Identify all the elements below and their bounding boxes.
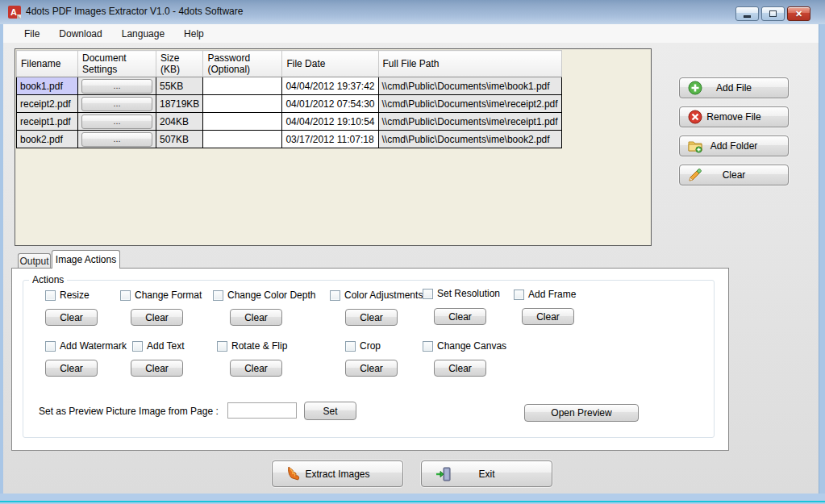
menu-item-download[interactable]: Download — [52, 27, 108, 41]
checkbox-change-format[interactable] — [120, 290, 131, 301]
clear-add-frame-button[interactable]: Clear — [522, 308, 574, 325]
checkbox-group-crop: Crop — [345, 340, 381, 352]
checkbox-add-text[interactable] — [132, 341, 143, 352]
checkbox-change-canvas-label: Change Canvas — [437, 340, 506, 352]
size-cell: 507KB — [156, 131, 203, 148]
add-folder-label: Add Folder — [710, 140, 758, 152]
window-border-bottom — [0, 494, 825, 504]
column-header-file-date[interactable]: File Date — [282, 51, 378, 77]
password-cell[interactable] — [203, 77, 282, 95]
clear-brush-icon — [688, 168, 702, 182]
column-header-full-path[interactable]: Full File Path — [378, 51, 561, 77]
clear-color-adjustments-button[interactable]: Clear — [345, 309, 398, 326]
document-settings-button[interactable]: ... — [81, 115, 152, 129]
checkbox-add-text-label: Add Text — [147, 340, 184, 352]
checkbox-add-watermark[interactable] — [45, 341, 56, 352]
menu-item-language[interactable]: Language — [115, 27, 171, 41]
file-date-cell: 03/17/2012 11:07:18 — [282, 131, 378, 148]
filename-cell[interactable]: receipt1.pdf — [17, 113, 78, 131]
checkbox-color-adjustments-label: Color Adjustments — [344, 289, 423, 301]
checkbox-group-change-canvas: Change Canvas — [423, 340, 506, 352]
pdf-app-icon: A — [8, 6, 21, 19]
checkbox-change-color-depth[interactable] — [213, 290, 223, 301]
checkbox-set-resolution-label: Set Resolution — [437, 288, 500, 299]
table-row: receipt2.pdf ... 18719KB 04/01/2012 07:5… — [17, 95, 562, 113]
checkbox-group-add-watermark: Add Watermark — [45, 340, 127, 352]
filename-cell[interactable]: book2.pdf — [17, 131, 78, 148]
column-header-document-settings[interactable]: Document Settings — [78, 51, 156, 77]
password-cell[interactable] — [203, 131, 282, 148]
file-table-panel: Filename Document Settings Size (KB) Pas… — [15, 48, 652, 246]
clear-list-label: Clear — [723, 169, 746, 181]
table-row: book1.pdf ... 55KB 04/04/2012 19:37:42 \… — [17, 77, 562, 95]
set-preview-button[interactable]: Set — [304, 402, 356, 420]
clear-change-format-button[interactable]: Clear — [131, 309, 183, 326]
file-date-cell: 04/04/2012 19:37:42 — [282, 77, 378, 95]
actions-group-title: Actions — [29, 274, 67, 285]
clear-add-watermark-button[interactable]: Clear — [45, 360, 98, 377]
extract-images-button[interactable]: Extract Images — [272, 460, 403, 487]
checkbox-rotate-flip[interactable] — [217, 341, 227, 352]
table-row: book2.pdf ... 507KB 03/17/2012 11:07:18 … — [17, 131, 562, 148]
checkbox-crop[interactable] — [345, 341, 356, 352]
clear-change-color-depth-button[interactable]: Clear — [230, 309, 282, 326]
document-settings-cell: ... — [78, 95, 156, 113]
window-bottom-accent — [0, 501, 825, 502]
checkbox-change-color-depth-label: Change Color Depth — [227, 289, 315, 301]
filename-cell[interactable]: receipt2.pdf — [17, 95, 78, 113]
checkbox-resize[interactable] — [45, 290, 56, 301]
window-titlebar: A 4dots PDF Images Extractor V1.0 - 4dot… — [0, 0, 825, 24]
filename-cell[interactable]: book1.pdf — [17, 77, 78, 95]
open-preview-button[interactable]: Open Preview — [524, 404, 639, 422]
clear-add-text-button[interactable]: Clear — [131, 360, 183, 377]
table-row: receipt1.pdf ... 204KB 04/04/2012 19:10:… — [17, 113, 562, 131]
column-header-filename[interactable]: Filename — [17, 51, 78, 77]
tab-image-actions-label: Image Actions — [56, 254, 116, 265]
menu-item-help[interactable]: Help — [177, 27, 210, 41]
checkbox-group-set-resolution: Set Resolution — [423, 288, 500, 299]
password-cell[interactable] — [203, 95, 282, 113]
remove-file-label: Remove File — [706, 111, 760, 123]
full-path-cell: \\cmd\Public\Documents\ime\book2.pdf — [378, 131, 561, 148]
password-cell[interactable] — [203, 113, 282, 131]
remove-file-button[interactable]: Remove File — [679, 106, 789, 127]
clear-list-button[interactable]: Clear — [679, 165, 789, 185]
checkbox-color-adjustments[interactable] — [330, 290, 340, 301]
close-icon: ✕ — [795, 9, 802, 19]
clear-set-resolution-button[interactable]: Clear — [434, 308, 486, 325]
checkbox-set-resolution[interactable] — [423, 289, 433, 299]
checkbox-add-frame[interactable] — [514, 289, 524, 300]
tab-output[interactable]: Output — [18, 253, 51, 268]
tab-output-label: Output — [19, 256, 48, 267]
clear-resize-button[interactable]: Clear — [45, 309, 98, 326]
maximize-button[interactable] — [761, 6, 785, 21]
add-folder-icon — [688, 139, 702, 153]
close-button[interactable]: ✕ — [787, 6, 810, 21]
checkbox-add-watermark-label: Add Watermark — [60, 340, 127, 352]
checkbox-change-canvas[interactable] — [423, 341, 433, 352]
document-settings-button[interactable]: ... — [81, 79, 152, 94]
add-file-button[interactable]: Add File — [679, 77, 789, 98]
column-header-size[interactable]: Size (KB) — [156, 51, 203, 77]
checkbox-group-add-text: Add Text — [132, 340, 184, 352]
checkbox-group-change-format: Change Format — [120, 289, 202, 301]
column-header-password[interactable]: Password (Optional) — [203, 51, 282, 77]
menu-item-file[interactable]: File — [18, 27, 46, 41]
tab-image-actions[interactable]: Image Actions — [52, 250, 120, 269]
exit-button[interactable]: Exit — [421, 460, 552, 487]
preview-page-input[interactable] — [227, 402, 297, 419]
add-file-icon — [688, 81, 702, 95]
clear-change-canvas-button[interactable]: Clear — [434, 360, 486, 377]
checkbox-group-add-frame: Add Frame — [514, 289, 576, 300]
checkbox-group-resize: Resize — [45, 289, 90, 301]
clear-rotate-flip-button[interactable]: Clear — [230, 360, 282, 377]
full-path-cell: \\cmd\Public\Documents\ime\book1.pdf — [378, 77, 561, 95]
minimize-button[interactable] — [735, 6, 759, 21]
checkbox-change-format-label: Change Format — [135, 289, 202, 301]
window-border-right — [819, 24, 825, 494]
size-cell: 55KB — [156, 77, 203, 95]
clear-crop-button[interactable]: Clear — [345, 360, 398, 377]
document-settings-button[interactable]: ... — [81, 97, 152, 111]
document-settings-button[interactable]: ... — [81, 132, 152, 147]
add-folder-button[interactable]: Add Folder — [679, 135, 789, 156]
